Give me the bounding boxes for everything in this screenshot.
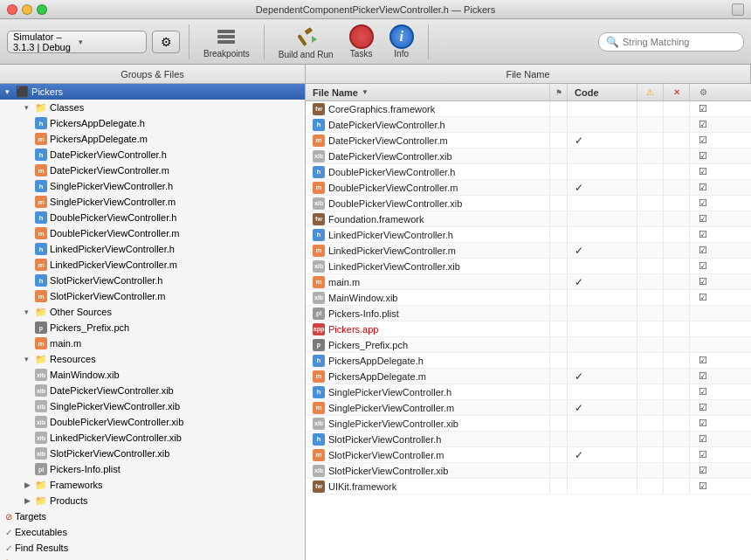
sidebar-item-bookmarks[interactable]: 🔖 Bookmarks	[0, 556, 305, 560]
build-run-group[interactable]: Build and Run	[273, 22, 339, 61]
sidebar-item-pickers-app-delegate-m[interactable]: m PickersAppDelegate.m	[0, 131, 305, 147]
table-row[interactable]: m LinkedPickerViewController.m ✓ ☑	[306, 243, 751, 259]
file-row-flag	[550, 133, 568, 148]
sidebar-item-mainwindow-xib[interactable]: xib MainWindow.xib	[0, 367, 305, 383]
sidebar-item-executables[interactable]: ✓ Executables	[0, 524, 305, 540]
table-row[interactable]: m SlotPickerViewController.m ✓ ☑	[306, 447, 751, 463]
xib-icon: xib	[313, 292, 325, 304]
simulator-select[interactable]: Simulator – 3.1.3 | Debug ▾	[7, 31, 147, 53]
sidebar-item-single-picker-xib[interactable]: xib SinglePickerViewController.xib	[0, 398, 305, 414]
sidebar-item-date-picker-xib[interactable]: xib DatePickerViewController.xib	[0, 383, 305, 398]
minimize-button[interactable]	[22, 4, 32, 15]
search-input[interactable]	[623, 37, 736, 47]
table-row[interactable]: xib SinglePickerViewController.xib ☑	[306, 416, 751, 432]
file-row-target: ☑	[690, 274, 716, 289]
table-row[interactable]: m main.m ✓ ☑	[306, 274, 751, 290]
info-label: Info	[394, 49, 409, 59]
table-row[interactable]: h LinkedPickerViewController.h ☑	[306, 227, 751, 243]
table-row[interactable]: m DoublePickerViewController.m ✓ ☑	[306, 180, 751, 196]
sidebar-item-other-sources[interactable]: ▾ 📁 Other Sources	[0, 304, 305, 320]
col-flag-header[interactable]: ⚑	[550, 84, 568, 100]
table-row[interactable]: h SlotPickerViewController.h ☑	[306, 432, 751, 447]
file-row-err	[664, 400, 690, 415]
info-group[interactable]: i Info	[384, 23, 419, 60]
breakpoints-group[interactable]: Breakpoints	[198, 23, 255, 60]
file-row-code	[568, 321, 637, 336]
m-icon: m	[313, 370, 325, 383]
table-row[interactable]: xib LinkedPickerViewController.xib ☑	[306, 259, 751, 274]
sidebar-item-double-picker-xib[interactable]: xib DoublePickerViewController.xib	[0, 414, 305, 430]
table-row[interactable]: h DoublePickerViewController.h ☑	[306, 164, 751, 180]
file-row-flag	[550, 306, 568, 321]
sidebar-item-products[interactable]: ▶ 📁 Products	[0, 493, 305, 508]
tasks-group[interactable]: Tasks	[344, 23, 379, 60]
close-button[interactable]	[7, 4, 17, 15]
table-row[interactable]: xib DatePickerViewController.xib ☑	[306, 149, 751, 164]
file-row-err	[664, 369, 690, 384]
file-row-target: ☑	[690, 353, 716, 368]
table-row[interactable]: h DatePickerViewController.h ☑	[306, 117, 751, 133]
file-row-warn	[637, 259, 664, 273]
sidebar-item-single-picker-vc-m[interactable]: m SinglePickerViewController.m	[0, 194, 305, 210]
file-row-flag	[550, 384, 568, 399]
table-row[interactable]: h PickersAppDelegate.h ☑	[306, 353, 751, 369]
sidebar-item-slot-picker-vc-h[interactable]: h SlotPickerViewController.h	[0, 273, 305, 288]
table-row[interactable]: xib DoublePickerViewController.xib ☑	[306, 196, 751, 211]
file-row-target: ☑	[690, 259, 716, 273]
table-row[interactable]: m SinglePickerViewController.m ✓ ☑	[306, 400, 751, 416]
sidebar-item-date-picker-vc-h[interactable]: h DatePickerViewController.h	[0, 147, 305, 162]
groups-files-tab[interactable]: Groups & Files	[0, 65, 306, 83]
col-filename-header[interactable]: File Name ▼	[306, 84, 550, 100]
table-row[interactable]: m PickersAppDelegate.m ✓ ☑	[306, 369, 751, 384]
info-icon: i	[389, 24, 414, 49]
col-target-header[interactable]: ⚙	[690, 84, 716, 100]
sidebar-item-double-picker-vc-m[interactable]: m DoublePickerViewController.m	[0, 225, 305, 241]
table-row[interactable]: xib MainWindow.xib ☑	[306, 290, 751, 306]
col-warn-header[interactable]: ⚠	[637, 84, 664, 100]
table-row[interactable]: fw UIKit.framework ☑	[306, 479, 751, 494]
file-name-tab[interactable]: File Name	[306, 65, 751, 83]
file-row-target: ☑	[690, 101, 716, 116]
sidebar-item-find-results[interactable]: ✓ Find Results	[0, 540, 305, 556]
table-row[interactable]: m DatePickerViewController.m ✓ ☑	[306, 133, 751, 149]
table-row[interactable]: app Pickers.app	[306, 321, 751, 337]
table-row[interactable]: p Pickers_Prefix.pch	[306, 337, 751, 353]
table-row[interactable]: h SinglePickerViewController.h ☑	[306, 384, 751, 400]
sidebar-item-pickers-prefix-pch[interactable]: p Pickers_Prefix.pch	[0, 320, 305, 335]
col-err-header[interactable]: ✕	[664, 84, 690, 100]
file-row-flag	[550, 400, 568, 415]
sidebar-item-slot-picker-vc-m[interactable]: m SlotPickerViewController.m	[0, 288, 305, 304]
table-row[interactable]: pl Pickers-Info.plist	[306, 306, 751, 321]
sidebar-item-pickers-app-delegate-h[interactable]: h PickersAppDelegate.h	[0, 115, 305, 131]
action-button[interactable]: ⚙	[152, 31, 180, 53]
sidebar-item-linked-picker-xib[interactable]: xib LinkedPickerViewController.xib	[0, 430, 305, 446]
sidebar-item-double-picker-vc-h[interactable]: h DoublePickerViewController.h	[0, 210, 305, 225]
col-code-header[interactable]: Code	[568, 84, 637, 100]
file-row-code	[568, 101, 637, 116]
warn-icon: ⚠	[646, 87, 654, 97]
sidebar-item-pickers-info-plist[interactable]: pl Pickers-Info.plist	[0, 461, 305, 477]
maximize-button[interactable]	[37, 4, 47, 15]
sidebar-item-pickers[interactable]: ▾ ⬛ Pickers	[0, 84, 305, 100]
sidebar-item-linked-picker-vc-m[interactable]: m LinkedPickerViewController.m	[0, 257, 305, 273]
h-file-icon: h	[35, 211, 47, 224]
code-header-label: Code	[575, 87, 599, 98]
resize-button[interactable]	[732, 3, 744, 16]
right-panel: File Name ▼ ⚑ Code ⚠ ✕ ⚙	[306, 84, 751, 560]
sidebar-item-linked-picker-vc-h[interactable]: h LinkedPickerViewController.h	[0, 241, 305, 257]
table-row[interactable]: xib SlotPickerViewController.xib ☑	[306, 463, 751, 479]
sidebar-item-targets[interactable]: ⊘ Targets	[0, 508, 305, 524]
search-box[interactable]: 🔍	[598, 32, 744, 52]
sidebar-item-single-picker-vc-h[interactable]: h SinglePickerViewController.h	[0, 178, 305, 194]
sidebar-item-resources[interactable]: ▾ 📁 Resources	[0, 351, 305, 367]
table-row[interactable]: fw CoreGraphics.framework ☑	[306, 101, 751, 117]
sidebar-item-frameworks[interactable]: ▶ 📁 Frameworks	[0, 477, 305, 493]
file-row-name: fw UIKit.framework	[306, 479, 550, 494]
file-row-code: ✓	[568, 133, 637, 148]
file-row-name: m LinkedPickerViewController.m	[306, 243, 550, 258]
sidebar-item-slot-picker-xib[interactable]: xib SlotPickerViewController.xib	[0, 446, 305, 461]
sidebar-item-date-picker-vc-m[interactable]: m DatePickerViewController.m	[0, 162, 305, 178]
sidebar-item-classes[interactable]: ▾ 📁 Classes	[0, 100, 305, 115]
sidebar-item-main-m[interactable]: m main.m	[0, 335, 305, 351]
table-row[interactable]: fw Foundation.framework ☑	[306, 211, 751, 227]
